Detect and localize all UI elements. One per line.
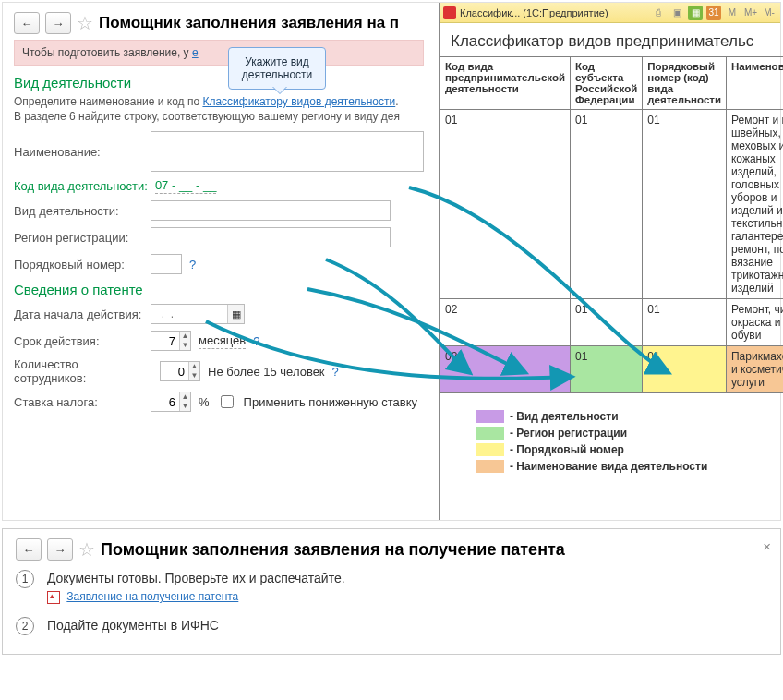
classifier-popup: Классифик... (1С:Предприятие) ⎙ ▣ ▦ 31 M… [439,3,780,520]
step-2-text: Подайте документы в ИФНС [47,618,219,633]
print-icon[interactable]: ⎙ [651,6,666,20]
page-title: Помощник заполнения заявления на п [99,14,399,32]
label-serial: Порядковый номер: [14,258,143,272]
emp-up[interactable]: ▲ [188,362,199,371]
code-value[interactable]: 07 - __ - __ [155,178,217,194]
table-row[interactable]: 03 01 01 Парикмахерские и косметические … [440,346,784,393]
term-input[interactable] [151,332,179,350]
label-name: Наименование: [14,145,143,159]
swatch-purple-icon [476,410,504,423]
warn-link[interactable]: е [192,46,199,59]
label-employees: Количество сотрудников: [14,357,152,385]
nav-fwd-button[interactable]: → [45,12,71,34]
page-title-2: Помощник заполнения заявления на получен… [101,540,565,560]
save-icon[interactable]: ▣ [669,6,684,20]
warning-banner: Чтобы подготовить заявление, у е [14,40,424,66]
table-row[interactable]: 02 01 01 Ремонт, чистка, окраска и пошив… [440,299,784,346]
label-code: Код вида деятельности: [14,179,148,193]
m-icon[interactable]: M [725,6,740,20]
label-region: Регион регистрации: [14,231,143,245]
employees-note: Не более 15 человек [208,365,325,379]
activity-input[interactable] [151,200,391,221]
term-up[interactable]: ▲ [179,332,190,341]
step-1-badge: 1 [16,570,34,588]
term-help-icon[interactable]: ? [253,334,259,348]
activity-hint: Определите наименование и код по Классиф… [14,94,424,124]
favorite-star-icon[interactable]: ☆ [77,12,93,34]
start-date-input[interactable] [151,305,227,323]
th-region-code: Код субъекта Российской Федерации [570,57,642,110]
label-term: Срок действия: [14,334,143,348]
swatch-yellow-icon [476,443,504,456]
section-patent-header: Сведения о патенте [14,282,424,297]
region-input[interactable] [151,227,391,247]
swatch-green-icon [476,427,504,440]
label-activity: Вид деятельности: [14,204,143,218]
pdf-icon [47,591,60,604]
reduced-rate-label: Применить пониженную ставку [244,395,417,409]
term-down[interactable]: ▼ [179,341,190,350]
calendar-green-icon[interactable]: ▦ [688,6,703,20]
app-1c-icon [443,6,456,19]
percent-sign: % [199,395,210,409]
classifier-table: Код вида предпринимательской деятельност… [440,56,783,393]
th-serial-code: Порядковый номер (код) вида деятельности [643,57,727,110]
label-start-date: Дата начала действия: [14,308,143,321]
employees-help-icon[interactable]: ? [332,365,339,379]
favorite-star-icon-2[interactable]: ☆ [78,538,95,561]
calendar-orange-icon[interactable]: 31 [706,6,721,20]
employees-input[interactable] [161,362,188,380]
swatch-orange-icon [476,460,504,473]
legend: - Вид деятельности - Регион регистрации … [440,393,780,473]
label-rate: Ставка налога: [14,395,143,409]
classifier-link[interactable]: Классификатору видов деятельности [202,95,395,108]
close-button[interactable]: × [763,538,771,554]
rate-down[interactable]: ▼ [179,402,190,411]
popup-window-title: Классифик... (1С:Предприятие) [460,7,647,18]
rate-input[interactable] [151,392,179,411]
name-input[interactable] [151,131,424,172]
m-plus-icon[interactable]: M+ [743,6,758,20]
serial-input[interactable] [151,254,182,274]
th-activity-code: Код вида предпринимательской деятельност… [440,57,571,110]
m-minus-icon[interactable]: M- [762,6,777,20]
patent-application-link[interactable]: Заявление на получение патента [66,590,238,603]
tooltip-balloon: Укажите вид деятельности [228,47,326,90]
serial-help-icon[interactable]: ? [189,258,196,272]
table-row[interactable]: 01 01 01 Ремонт и пошив швейных, меховых… [440,110,784,299]
step-2-badge: 2 [16,617,34,635]
popup-heading: Классификатор видов предпринимательс [440,23,780,56]
step-1-text: Документы готовы. Проверьте их и распеча… [47,571,345,585]
nav-fwd-button-2[interactable]: → [47,538,73,561]
th-name: Наименование [726,57,783,110]
nav-back-button-2[interactable]: ← [16,538,42,561]
term-unit[interactable]: месяцев [199,333,246,349]
reduced-rate-checkbox[interactable] [221,395,234,408]
calendar-icon[interactable]: ▦ [227,305,244,323]
emp-down[interactable]: ▼ [188,371,199,380]
nav-back-button[interactable]: ← [14,12,40,34]
rate-up[interactable]: ▲ [179,392,190,402]
section-activity-header: Вид деятельности [14,75,424,91]
